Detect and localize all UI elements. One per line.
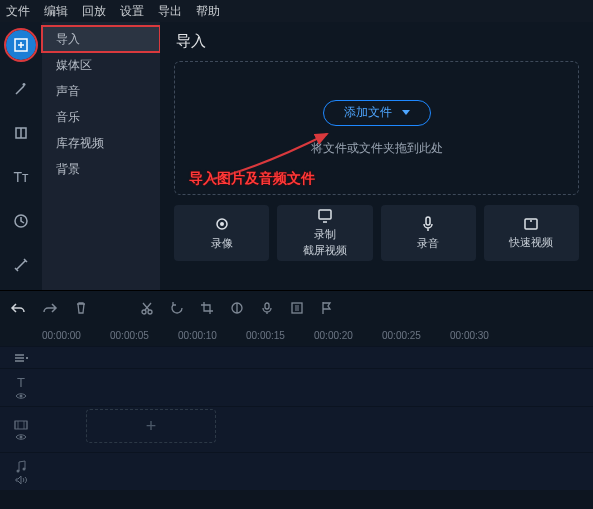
properties-button[interactable] xyxy=(290,301,304,315)
tool-import[interactable] xyxy=(6,30,36,60)
track-audio[interactable] xyxy=(0,452,593,490)
redo-icon xyxy=(42,301,58,315)
card-label: 录像 xyxy=(211,236,233,251)
drop-hint: 将文件或文件夹拖到此处 xyxy=(311,140,443,157)
timeline-tracks: T + xyxy=(0,346,593,490)
svg-point-9 xyxy=(142,310,146,314)
marker-button[interactable] xyxy=(320,301,332,315)
crop-button[interactable] xyxy=(200,301,214,315)
plus-file-icon xyxy=(13,37,29,53)
redo-button[interactable] xyxy=(42,301,58,315)
menu-export[interactable]: 导出 xyxy=(158,3,182,20)
menu-bar: 文件 编辑 回放 设置 导出 帮助 xyxy=(0,0,593,22)
eye-icon[interactable] xyxy=(15,392,27,400)
video-track-icon xyxy=(14,419,28,431)
card-record-screen[interactable]: 录制 截屏视频 xyxy=(277,205,372,261)
svg-point-10 xyxy=(148,310,152,314)
add-files-label: 添加文件 xyxy=(344,104,392,121)
color-button[interactable] xyxy=(230,301,244,315)
add-files-button[interactable]: 添加文件 xyxy=(323,100,431,126)
card-label-l2: 截屏视频 xyxy=(303,243,347,258)
camera-icon xyxy=(214,216,230,232)
timeline-ruler[interactable]: 00:00:00 00:00:05 00:00:10 00:00:15 00:0… xyxy=(0,324,593,346)
text-track-icon: T xyxy=(17,375,25,390)
eye-icon[interactable] xyxy=(15,433,27,441)
tool-text[interactable]: Tт xyxy=(6,162,36,192)
tools-icon xyxy=(13,257,29,273)
svg-point-14 xyxy=(20,395,23,398)
trash-icon xyxy=(74,301,88,315)
add-clip-placeholder[interactable]: + xyxy=(86,409,216,443)
flag-icon xyxy=(320,301,332,315)
ruler-mark: 00:00:20 xyxy=(314,330,382,341)
adjust-icon xyxy=(230,301,244,315)
action-cards: 录像 录制 截屏视频 录音 快速视频 xyxy=(174,205,579,261)
menu-playback[interactable]: 回放 xyxy=(82,3,106,20)
tool-rail: Tт xyxy=(0,22,42,290)
svg-point-18 xyxy=(23,467,26,470)
sidebar-item-sound[interactable]: 声音 xyxy=(42,78,160,104)
svg-rect-5 xyxy=(319,210,331,219)
svg-point-8 xyxy=(530,220,532,222)
track-add xyxy=(0,346,593,368)
music-track-icon xyxy=(15,459,27,473)
menu-edit[interactable]: 编辑 xyxy=(44,3,68,20)
sidebar-item-music[interactable]: 音乐 xyxy=(42,104,160,130)
svg-point-4 xyxy=(220,222,224,226)
card-label: 录音 xyxy=(417,236,439,251)
content-title: 导入 xyxy=(176,32,579,51)
svg-rect-12 xyxy=(265,303,269,309)
sidebar-item-bg[interactable]: 背景 xyxy=(42,156,160,182)
delete-button[interactable] xyxy=(74,301,88,315)
record-button[interactable] xyxy=(260,301,274,315)
tool-crop[interactable] xyxy=(6,118,36,148)
svg-rect-6 xyxy=(426,217,430,225)
sidebar-item-stock[interactable]: 库存视频 xyxy=(42,130,160,156)
main-area: Tт 导入 媒体区 声音 音乐 库存视频 背景 导入 添加文件 将文件或文件夹拖… xyxy=(0,22,593,290)
mic-icon xyxy=(421,216,435,232)
sidebar-item-media[interactable]: 媒体区 xyxy=(42,52,160,78)
undo-button[interactable] xyxy=(10,301,26,315)
ruler-mark: 00:00:30 xyxy=(450,330,518,341)
ruler-mark: 00:00:10 xyxy=(178,330,246,341)
card-record-camera[interactable]: 录像 xyxy=(174,205,269,261)
speaker-icon[interactable] xyxy=(15,475,27,485)
svg-point-17 xyxy=(17,469,20,472)
track-audio-head xyxy=(0,459,42,485)
track-video[interactable]: + xyxy=(0,406,593,452)
cut-button[interactable] xyxy=(140,301,154,315)
add-track-head-icon[interactable] xyxy=(0,352,42,364)
tool-magic[interactable] xyxy=(6,74,36,104)
menu-file[interactable]: 文件 xyxy=(6,3,30,20)
properties-icon xyxy=(290,301,304,315)
scissors-icon xyxy=(140,301,154,315)
ruler-mark: 00:00:15 xyxy=(246,330,314,341)
chevron-down-icon xyxy=(402,110,410,115)
tool-clock[interactable] xyxy=(6,206,36,236)
ruler-mark: 00:00:05 xyxy=(110,330,178,341)
track-text[interactable]: T xyxy=(0,368,593,406)
svg-rect-15 xyxy=(15,421,27,429)
magic-wand-icon xyxy=(13,81,29,97)
microphone-icon xyxy=(260,301,274,315)
ruler-mark: 00:00:25 xyxy=(382,330,450,341)
menu-settings[interactable]: 设置 xyxy=(120,3,144,20)
card-record-audio[interactable]: 录音 xyxy=(381,205,476,261)
timeline-toolbar xyxy=(0,290,593,324)
clock-icon xyxy=(13,213,29,229)
ruler-mark: 00:00:00 xyxy=(42,330,110,341)
drop-zone[interactable]: 添加文件 将文件或文件夹拖到此处 导入图片及音频文件 xyxy=(174,61,579,195)
tool-tools[interactable] xyxy=(6,250,36,280)
sidebar-item-import[interactable]: 导入 xyxy=(42,26,160,52)
menu-help[interactable]: 帮助 xyxy=(196,3,220,20)
card-label-l1: 录制 xyxy=(314,227,336,242)
rotate-icon xyxy=(170,301,184,315)
annotation-text: 导入图片及音频文件 xyxy=(189,170,315,188)
track-video-head xyxy=(0,419,42,441)
crop-tool-icon xyxy=(200,301,214,315)
rotate-button[interactable] xyxy=(170,301,184,315)
content-panel: 导入 添加文件 将文件或文件夹拖到此处 导入图片及音频文件 录像 录制 截屏视频 xyxy=(160,22,593,290)
card-quick-video[interactable]: 快速视频 xyxy=(484,205,579,261)
card-label: 快速视频 xyxy=(509,235,553,250)
track-text-head: T xyxy=(0,375,42,400)
